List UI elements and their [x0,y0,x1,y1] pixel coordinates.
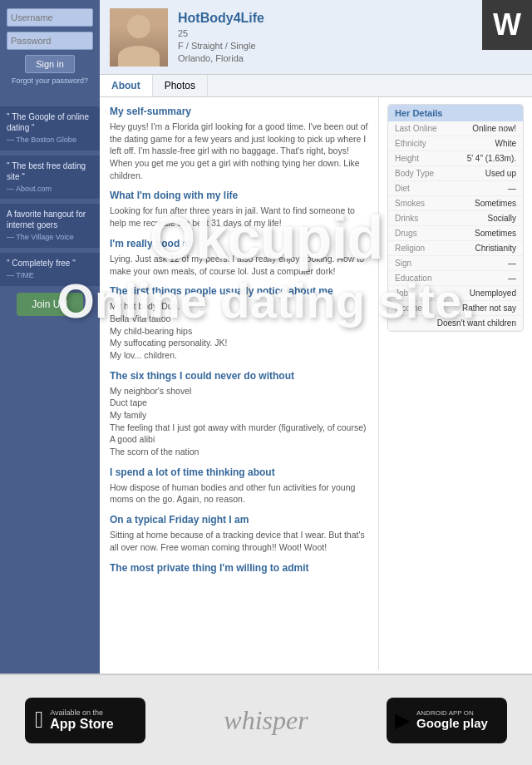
corner-w-logo: W [482,0,532,50]
profile-photo [110,8,168,67]
detail-religion: Religion Christianity [388,241,523,256]
profile-name: HotBody4Life [178,11,264,26]
friday-text: Sitting at home because of a tracking de… [110,529,368,553]
life-title: What I'm doing with my life [110,190,368,201]
app-store-available-text: Available on the [50,708,113,717]
detail-income: Income Rather not say [388,301,523,316]
profile-tabs: About Photos [100,75,532,97]
forgot-password-link[interactable]: Forgot your password? [7,76,93,85]
quote-boston-globe: " The Google of online dating " — The Bo… [0,106,100,151]
detail-sign: Sign — [388,256,523,271]
profile-header: HotBody4Life 25 F / Straight / Single Or… [100,0,532,75]
thinking-title: I spend a lot of time thinking about [110,466,368,478]
detail-diet: Diet — [388,181,523,196]
signin-button[interactable]: Sign in [25,55,75,73]
password-input[interactable] [7,32,93,50]
detail-body-type: Body Type Used up [388,166,523,181]
self-summary-text: Hey guys! I'm a Florida girl looking for… [110,121,368,181]
app-store-text: Available on the App Store [50,708,113,732]
thinking-text: How dispose of human bodies and other fu… [110,481,368,506]
detail-education: Education — [388,271,523,286]
login-form: Sign in Forgot your password? [0,0,100,101]
friday-title: On a typical Friday night I am [110,514,368,526]
profile-columns: My self-summary Hey guys! I'm a Florida … [100,97,532,670]
detail-drugs: Drugs Sometimes [388,226,523,241]
six-things-items: My neighbor's shovelDuct tapeMy familyTh… [110,385,368,458]
tab-photos[interactable]: Photos [153,75,208,96]
profile-age: 25 [178,28,264,38]
bottom-bar:  Available on the App Store whisper ▶ A… [0,674,532,765]
self-summary-title: My self-summary [110,106,368,117]
detail-smokes: Smokes Sometimes [388,196,523,211]
profile-orientation: F / Straight / Single [178,41,264,51]
google-play-icon: ▶ [395,708,410,732]
apple-icon:  [35,707,43,733]
detail-height: Height 5' 4" (1.63m). [388,151,523,166]
good-at-text: Lying. Just ask 12 of my peers. I also r… [110,253,368,277]
join-button[interactable]: Join Us! [17,293,83,316]
detail-ethnicity: Ethnicity White [388,136,523,151]
username-input[interactable] [7,8,93,27]
quote-time: " Completely free " — TIME [0,253,100,286]
notice-title: The first things people usually notice a… [110,285,368,297]
detail-last-online: Last Online Online now! [388,121,523,136]
detail-drinks: Drinks Socially [388,211,523,226]
detail-job: Job Unemployed [388,286,523,301]
google-play-text: ANDROID APP ON Google play [416,709,488,731]
profile-location: Orlando, Florida [178,53,264,63]
good-at-title: I'm really good at [110,238,368,249]
background: Sign in Forgot your password? " The Goog… [0,0,532,674]
quote-village-voice: A favorite hangout for internet goers — … [0,204,100,248]
quote-about: " The best free dating site " — About.co… [0,155,100,200]
google-play-badge[interactable]: ▶ ANDROID APP ON Google play [387,698,507,743]
profile-area: HotBody4Life 25 F / Straight / Single Or… [100,0,532,674]
private-title: The most private thing I'm willing to ad… [110,562,368,574]
detail-children: Doesn't want children [388,316,523,331]
profile-main-column: My self-summary Hey guys! I'm a Florida … [100,97,378,670]
whisper-logo: whisper [224,705,308,736]
app-store-badge[interactable]:  Available on the App Store [25,698,145,743]
six-things-title: The six things I could never do without [110,370,368,382]
sidebar: Sign in Forgot your password? " The Goog… [0,0,100,674]
details-panel: Her Details Last Online Online now! Ethn… [387,104,524,332]
profile-info: HotBody4Life 25 F / Straight / Single Or… [178,11,264,63]
tab-about[interactable]: About [100,75,153,96]
google-play-name: Google play [416,717,488,731]
notice-items: My hot body. Duh.Bella Vita tattooMy chi… [110,300,368,361]
profile-side-column: Her Details Last Online Online now! Ethn… [378,97,532,670]
details-panel-title: Her Details [388,105,523,121]
life-text: Looking for fun after three years in jai… [110,205,368,229]
app-store-name: App Store [50,717,113,732]
